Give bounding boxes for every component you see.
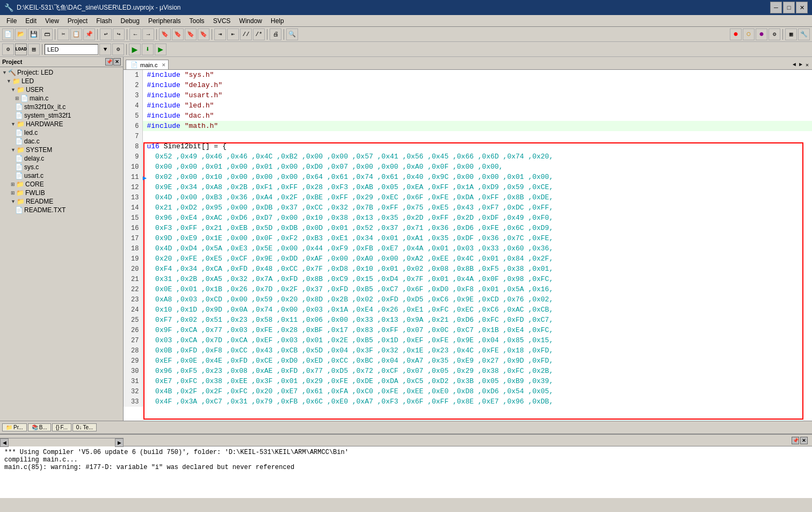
indent-button[interactable]: ⇥ <box>214 28 226 40</box>
code-cell-30[interactable]: 0x96 ,0xF5 ,0x23 ,0x08 ,0xAE ,0xFD ,0x77… <box>142 366 812 376</box>
code-cell-6[interactable]: #include "math.h" <box>142 121 812 131</box>
code-cell-7[interactable] <box>142 131 812 141</box>
proj-prop-button[interactable]: ⚙ <box>2 44 14 55</box>
code-cell-17[interactable]: 0x9D ,0xE9 ,0x1E ,0x00 ,0x0F ,0xF2 ,0xB3… <box>142 233 812 243</box>
copy-button[interactable]: 📋 <box>70 28 82 40</box>
outdent-button[interactable]: ⇤ <box>227 28 239 40</box>
tab-left-arrow[interactable]: ◄ <box>792 62 797 68</box>
menu-view[interactable]: View <box>41 16 63 26</box>
panel-tab-templates[interactable]: 0↓ Te... <box>73 423 97 431</box>
bookmark2-button[interactable]: 🔖 <box>172 28 184 40</box>
code-cell-11[interactable]: 0x02 ,0x00 ,0x10 ,0x00 ,0x00 ,0x00 ,0x64… <box>142 172 812 182</box>
tree-item-main-c[interactable]: ⊞ 📄 main.c <box>2 94 121 103</box>
save-all-button[interactable]: 🗃 <box>41 28 53 40</box>
panel-pin-button[interactable]: 📌 <box>105 58 113 66</box>
build3-button[interactable]: ● <box>756 28 767 40</box>
code-cell-14[interactable]: 0x21 ,0xD2 ,0x95 ,0x00 ,0xDB ,0x37 ,0xCC… <box>142 203 812 213</box>
bookmark3-button[interactable]: 🔖 <box>185 28 197 40</box>
build1-button[interactable]: ● <box>730 28 742 40</box>
tree-item-sys-c[interactable]: 📄 sys.c <box>2 163 121 171</box>
code-cell-2[interactable]: #include "delay.h" <box>142 80 812 90</box>
code-cell-28[interactable]: 0x0B ,0xFD ,0xF8 ,0xCC ,0x43 ,0xCB ,0x5D… <box>142 345 812 356</box>
tree-item-usart-c[interactable]: 📄 usart.c <box>2 171 121 180</box>
code-cell-4[interactable]: #include "led.h" <box>142 100 812 111</box>
code-cell-13[interactable]: 0x4D ,0x00 ,0xB3 ,0x36 ,0xA4 ,0x2F ,0xBE… <box>142 192 812 203</box>
code-cell-26[interactable]: 0x9F ,0xCA ,0x77 ,0x03 ,0xFE ,0x28 ,0xBF… <box>142 325 812 335</box>
comment1-button[interactable]: // <box>240 28 252 40</box>
code-cell-27[interactable]: 0x03 ,0xCA ,0x7D ,0xCA ,0xEF ,0x03 ,0x01… <box>142 335 812 345</box>
code-cell-1[interactable]: #include "sys.h" <box>142 70 812 80</box>
redo-button[interactable]: ↪ <box>113 28 125 40</box>
code-cell-33[interactable]: 0x4F ,0x3A ,0xC7 ,0x31 ,0x79 ,0xFB ,0x6C… <box>142 396 812 407</box>
download-button[interactable]: ⬇ <box>142 44 154 55</box>
menu-help[interactable]: Help <box>266 16 288 26</box>
bookmark4-button[interactable]: 🔖 <box>198 28 209 40</box>
cut-button[interactable]: ✂ <box>57 28 69 40</box>
code-cell-31[interactable]: 0xE7 ,0xFC ,0x38 ,0xEE ,0x3F ,0x01 ,0x29… <box>142 376 812 386</box>
tab-right-arrow[interactable]: ► <box>798 62 803 68</box>
code-cell-23[interactable]: 0xA8 ,0x03 ,0xCD ,0x00 ,0x59 ,0x20 ,0x8D… <box>142 294 812 305</box>
tree-item-readme[interactable]: ▼ 📁 README <box>2 197 121 206</box>
menu-tools[interactable]: Tools <box>185 16 209 26</box>
menu-flash[interactable]: Flash <box>92 16 116 26</box>
nav-fwd-button[interactable]: → <box>142 28 154 40</box>
target-input[interactable]: LED <box>45 44 98 55</box>
menu-project[interactable]: Project <box>63 16 92 26</box>
panel-tab-funcs[interactable]: {} F... <box>52 423 71 431</box>
menu-debug[interactable]: Debug <box>117 16 144 26</box>
build-pin-button[interactable]: 📌 <box>792 437 799 444</box>
target-prop-button[interactable]: ⚙ <box>112 44 124 55</box>
code-cell-24[interactable]: 0x10 ,0x1D ,0x9D ,0x0A ,0x74 ,0x00 ,0x03… <box>142 305 812 315</box>
target-select[interactable]: ▼ <box>99 44 111 55</box>
code-cell-32[interactable]: 0x4B ,0x2F ,0x2F ,0xFC ,0x20 ,0xE7 ,0x61… <box>142 386 812 396</box>
print-button[interactable]: 🖨 <box>270 28 281 40</box>
panel-close-button[interactable]: ✕ <box>113 58 121 66</box>
code-cell-15[interactable]: 0x96 ,0xE4 ,0xAC ,0xD6 ,0xD7 ,0x00 ,0x10… <box>142 213 812 223</box>
open-button[interactable]: 📂 <box>15 28 27 40</box>
minimize-button[interactable]: ─ <box>770 2 782 13</box>
new-file-button[interactable]: 📄 <box>2 28 14 40</box>
build-close-button[interactable]: ✕ <box>800 437 808 444</box>
code-cell-18[interactable]: 0x4D ,0xD4 ,0x5A ,0xE3 ,0x5E ,0x00 ,0x44… <box>142 243 812 254</box>
tree-item-hardware[interactable]: ▼ 📁 HARDWARE <box>2 120 121 128</box>
menu-peripherals[interactable]: Peripherals <box>144 16 185 26</box>
tree-item-readme-txt[interactable]: 📄 README.TXT <box>2 206 121 214</box>
tree-item-delay-c[interactable]: 📄 delay.c <box>2 154 121 163</box>
another-button[interactable]: ▤ <box>28 44 40 55</box>
build-green-button[interactable]: ▶ <box>129 44 141 55</box>
code-cell-8[interactable]: u16 Sine12bit[] = { <box>142 141 812 152</box>
options-button[interactable]: ⚙ <box>769 28 780 40</box>
tree-item-dac-c[interactable]: 📄 dac.c <box>2 137 121 146</box>
tree-item-user[interactable]: ▼ 📁 USER <box>2 85 121 94</box>
menu-svcs[interactable]: SVCS <box>209 16 235 26</box>
menu-window[interactable]: Window <box>235 16 266 26</box>
tab-main-c[interactable]: 📄 main.c ✕ <box>126 60 169 69</box>
bookmark1-button[interactable]: 🔖 <box>159 28 171 40</box>
wrench-button[interactable]: 🔧 <box>798 28 810 40</box>
comment2-button[interactable]: /* <box>253 28 265 40</box>
code-cell-20[interactable]: 0xF4 ,0x34 ,0xCA ,0xFD ,0x48 ,0xCC ,0x7F… <box>142 264 812 274</box>
panel-tab-project[interactable]: 📁 Pr... <box>2 423 27 431</box>
tree-item-system-folder[interactable]: ▼ 📁 SYSTEM <box>2 146 121 154</box>
code-cell-16[interactable]: 0xF3 ,0xFF ,0x21 ,0xEB ,0x5D ,0xDB ,0x0D… <box>142 223 812 233</box>
code-cell-22[interactable]: 0x0E ,0x01 ,0x1B ,0x26 ,0x7D ,0x2F ,0x37… <box>142 284 812 294</box>
code-cell-12[interactable]: 0x9E ,0x34 ,0xA8 ,0x2B ,0xF1 ,0xFF ,0x28… <box>142 182 812 192</box>
tree-item-core[interactable]: ⊞ 📁 CORE <box>2 180 121 189</box>
undo-button[interactable]: ↩ <box>100 28 112 40</box>
tree-item-led[interactable]: ▼ 📁 LED <box>2 77 121 85</box>
tree-item-project[interactable]: ▼ 🔨 Project: LED <box>2 68 121 77</box>
code-cell-25[interactable]: 0xF7 ,0x02 ,0x51 ,0x23 ,0x58 ,0x11 ,0x06… <box>142 315 812 325</box>
panel-tab-books[interactable]: 📚 B... <box>28 423 51 431</box>
menu-file[interactable]: File <box>2 16 21 26</box>
tab-close-icon[interactable]: ✕ <box>162 62 166 68</box>
code-cell-10[interactable]: 0x00 ,0x00 ,0x01 ,0x00 ,0x01 ,0x00 ,0xD0… <box>142 162 812 172</box>
code-area[interactable]: ▶ 1#include "sys.h"2#include "delay.h"3#… <box>124 70 812 421</box>
tree-item-fwlib[interactable]: ⊞ 📁 FWLIB <box>2 189 121 197</box>
tab-close-all[interactable]: ✕ <box>804 62 810 68</box>
build2-button[interactable]: ○ <box>743 28 755 40</box>
maximize-button[interactable]: □ <box>783 2 795 13</box>
paste-button[interactable]: 📌 <box>83 28 95 40</box>
load-button[interactable]: LOAD <box>15 44 27 55</box>
save-button[interactable]: 💾 <box>28 28 40 40</box>
view-options-button[interactable]: ▦ <box>785 28 797 40</box>
